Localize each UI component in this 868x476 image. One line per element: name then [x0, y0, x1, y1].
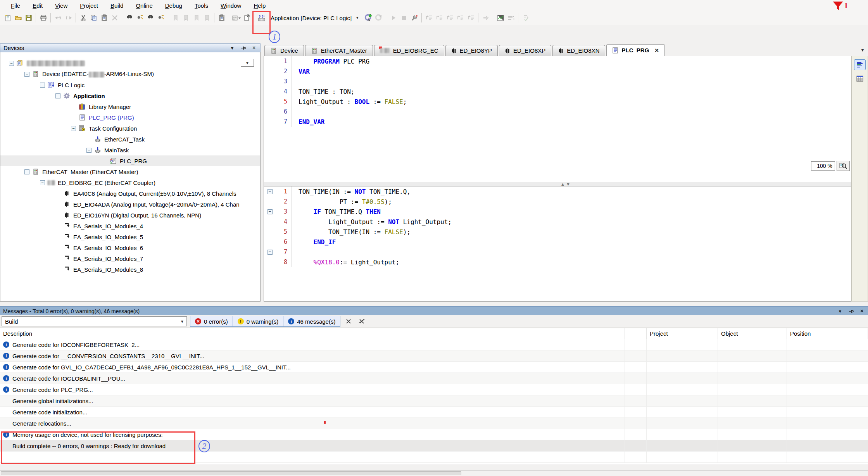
column-header-Position[interactable]: Position — [787, 328, 868, 339]
horizontal-scrollbar[interactable] — [0, 470, 868, 476]
code-line-5[interactable]: 5 TON_TIME(IN := FALSE); — [264, 227, 851, 237]
stop-icon[interactable] — [399, 13, 409, 23]
code-line-3[interactable]: −3 IF TON_TIME.Q THEN — [264, 207, 851, 217]
copy-icon[interactable] — [88, 13, 99, 23]
step-into-icon[interactable] — [434, 13, 445, 23]
collapse-icon[interactable]: − — [55, 93, 60, 98]
login-icon[interactable] — [363, 13, 373, 23]
tree-item-ed_eio16yn[interactable]: ED_EIO16YN (Digital Output, 16 Channels,… — [0, 210, 260, 221]
message-row[interactable]: iGenerate code for PLC_PRG... — [0, 384, 868, 395]
code-line-8[interactable]: 8 %QX18.0:= Light_Output; — [264, 257, 851, 267]
implementation-editor[interactable]: −1TON_TIME(IN := NOT TON_TIME.Q,2 PT := … — [264, 186, 851, 302]
flow-control-icon[interactable] — [495, 13, 506, 23]
code-line-7[interactable]: −7 — [264, 247, 851, 257]
collapse-icon[interactable]: − — [40, 180, 45, 185]
message-row[interactable]: iMemory usage on device, not used for li… — [0, 429, 868, 440]
new-object-icon[interactable] — [231, 13, 242, 23]
find-in-project-icon[interactable] — [145, 13, 155, 23]
menu-tools[interactable]: Tools — [189, 1, 214, 10]
menu-project[interactable]: Project — [74, 1, 104, 10]
tree-item-ed_eio4ada[interactable]: ED_EIO4ADA (Analog Input, Voltage(4~20mA… — [0, 199, 260, 210]
message-row[interactable]: iGenerate code for IOGLOBALINIT__POU... — [0, 373, 868, 384]
messages-filter-button[interactable]: i 46 message(s) — [283, 316, 340, 326]
clear-messages-button[interactable] — [343, 316, 354, 326]
code-line-4[interactable]: 4 Light_Output := NOT Light_Output; — [264, 217, 851, 227]
logout-icon[interactable] — [373, 13, 384, 23]
tree-item[interactable]: −▼ — [0, 58, 260, 69]
scrollbar-thumb[interactable] — [1, 471, 461, 475]
tree-item-task[interactable]: −Task Configuration — [0, 123, 260, 134]
messages-close-icon[interactable]: ✕ — [859, 309, 865, 314]
message-row[interactable]: Generate code initialization... — [0, 407, 868, 418]
tree-item-ed_eiobrg_ec[interactable]: −ED_EIOBRG_EC (EtherCAT Coupler) — [0, 177, 260, 188]
message-row[interactable]: Build complete -- 0 errors, 0 warnings :… — [0, 440, 868, 452]
magnifier-icon[interactable] — [837, 161, 850, 171]
column-header-Object[interactable]: Object — [718, 328, 787, 339]
redo-icon[interactable] — [63, 13, 74, 23]
paste-icon[interactable] — [99, 13, 109, 23]
tab-device[interactable]: Device — [264, 45, 304, 56]
cut-icon[interactable] — [78, 13, 88, 23]
collapse-icon[interactable]: − — [40, 83, 45, 88]
tree-item-ea_serials_io_modules_6[interactable]: EA_Serials_IO_Modules_6 — [0, 242, 260, 253]
online-config-icon[interactable] — [409, 13, 419, 23]
write-values-icon[interactable] — [520, 13, 531, 23]
devices-dropdown-icon[interactable]: ▼ — [229, 45, 235, 51]
declaration-editor[interactable]: 1 PROGRAM PLC_PRG2VAR34TON_TIME : TON;5L… — [264, 56, 851, 182]
tab-ed_eiobrg_ec[interactable]: ED_EIOBRG_EC — [374, 45, 444, 56]
bookmark-clear-icon[interactable] — [202, 13, 212, 23]
delete-icon[interactable] — [109, 13, 120, 23]
find-icon[interactable] — [124, 13, 135, 23]
tree-item-ethercat_task[interactable]: EtherCAT_Task — [0, 134, 260, 145]
menu-online[interactable]: Online — [130, 1, 158, 10]
fold-collapse-icon[interactable]: − — [267, 189, 273, 194]
tree-item-ea_serials_io_modules_5[interactable]: EA_Serials_IO_Modules_5 — [0, 231, 260, 242]
tab-list-dropdown-icon[interactable]: ▼ — [860, 47, 865, 53]
message-row[interactable]: iGenerate code for __CONVERSION_CONSTANT… — [0, 350, 868, 362]
code-line-7[interactable]: 7END_VAR — [264, 117, 851, 127]
column-header-Project[interactable]: Project — [647, 328, 718, 339]
devices-close-icon[interactable]: ✕ — [251, 45, 257, 51]
start-icon[interactable] — [388, 13, 399, 23]
incremental-find-icon[interactable] — [135, 13, 145, 23]
messages-pin-icon[interactable] — [848, 309, 854, 314]
project-combo-dropdown[interactable]: ▼ — [241, 59, 254, 67]
tree-item-ea40c8[interactable]: EA40C8 (Analog Output, Current(±5V,0-10V… — [0, 188, 260, 199]
step-out-icon[interactable] — [445, 13, 455, 23]
tree-item-ea_serials_io_modules_4[interactable]: EA_Serials_IO_Modules_4 — [0, 221, 260, 231]
code-line-2[interactable]: 2VAR — [264, 66, 851, 76]
step-over-icon[interactable] — [424, 13, 434, 23]
fold-collapse-icon[interactable]: − — [267, 250, 273, 255]
tree-item-plc_prg[interactable]: PLC_PRG — [0, 155, 260, 166]
open-file-icon[interactable] — [13, 13, 23, 23]
clear-all-messages-button[interactable] — [357, 316, 367, 326]
tab-ed_eio8xn[interactable]: ED_EIO8XN — [552, 45, 605, 56]
application-selector[interactable]: Application [Device: PLC Logic]▼ — [267, 13, 363, 23]
column-header-Description[interactable]: Description — [0, 328, 625, 339]
code-line-1[interactable]: −1TON_TIME(IN := NOT TON_TIME.Q, — [264, 186, 851, 197]
new-file-icon[interactable]: O — [2, 13, 13, 23]
menu-view[interactable]: View — [50, 1, 73, 10]
code-line-6[interactable]: 6 — [264, 107, 851, 117]
errors-filter-button[interactable]: ✕ 0 error(s) — [190, 316, 233, 326]
message-row[interactable]: Generate global initializations... — [0, 395, 868, 407]
messages-dropdown-icon[interactable]: ▼ — [837, 309, 843, 314]
devices-pin-icon[interactable] — [240, 45, 246, 51]
message-row[interactable]: iGenerate code for IOCONFIGBEFORETASK_2.… — [0, 339, 868, 350]
warnings-filter-button[interactable]: ! 0 warning(s) — [233, 316, 284, 326]
collapse-icon[interactable]: − — [24, 72, 29, 77]
collapse-icon[interactable]: − — [86, 148, 91, 153]
reset-step-icon[interactable] — [466, 13, 476, 23]
replace-icon[interactable] — [155, 13, 166, 23]
menu-window[interactable]: Window — [215, 1, 247, 10]
bookmark-toggle-icon[interactable] — [170, 13, 181, 23]
tab-ethercat_master[interactable]: EtherCAT_Master — [305, 45, 373, 56]
tabular-view-button[interactable] — [854, 73, 866, 84]
tree-item-plc[interactable]: −PLC Logic — [0, 79, 260, 90]
tree-item-maintask[interactable]: −MainTask — [0, 145, 260, 155]
menu-debug[interactable]: Debug — [160, 1, 188, 10]
textual-view-button[interactable] — [854, 59, 866, 70]
tree-item-library[interactable]: Library Manager — [0, 101, 260, 112]
code-line-6[interactable]: 6 END_IF — [264, 237, 851, 247]
run-to-cursor-icon[interactable] — [455, 13, 466, 23]
